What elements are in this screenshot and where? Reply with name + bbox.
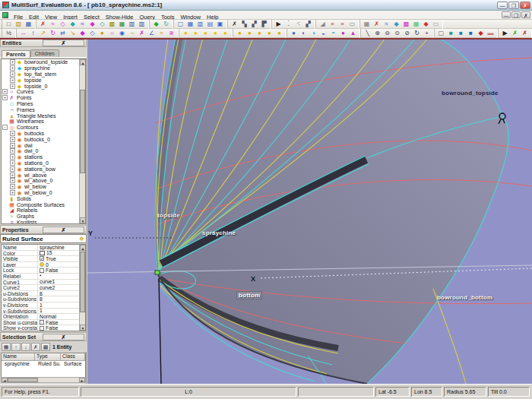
- property-value[interactable]: False: [38, 268, 81, 273]
- properties-scroll-thumb[interactable]: [80, 252, 85, 312]
- column-header-class[interactable]: Class: [61, 353, 85, 361]
- mesh-entity-icon[interactable]: ▦: [117, 20, 127, 28]
- tree-item-wireframes[interactable]: ▦Wireframes: [2, 119, 80, 125]
- property-value[interactable]: 0: [38, 262, 81, 268]
- tree-item-dwl[interactable]: +◉dwl: [2, 142, 80, 148]
- tree-item-graphs[interactable]: ≈Graphs: [2, 214, 80, 220]
- expand-icon[interactable]: +: [10, 190, 15, 195]
- tree-item-stations[interactable]: +◉stations: [2, 154, 80, 160]
- close-button[interactable]: ✗: [520, 2, 530, 9]
- expand-icon[interactable]: +: [10, 160, 15, 166]
- hide-all-bulb-icon[interactable]: ●: [235, 29, 245, 37]
- pick-subtract-icon[interactable]: ✗: [520, 29, 530, 37]
- tree-item-planes[interactable]: ◇Planes: [2, 101, 80, 107]
- display-textured-icon[interactable]: ■: [466, 29, 476, 37]
- view-split-h-icon[interactable]: ▥: [195, 20, 205, 28]
- insert-surface-icon[interactable]: ◆: [68, 20, 78, 28]
- save-file-icon[interactable]: ▦: [24, 20, 33, 28]
- checkbox-icon[interactable]: [40, 268, 44, 273]
- undo-action-icon[interactable]: ↻: [161, 20, 171, 28]
- expand-icon[interactable]: +: [2, 89, 8, 94]
- tree-item-points[interactable]: +✗Points: [2, 95, 80, 101]
- align-vertical-icon[interactable]: ⁖: [293, 20, 303, 28]
- tree-item-bowround-topside[interactable]: +◆bowround_topside: [2, 59, 80, 65]
- pick-normal-icon[interactable]: ▶: [500, 29, 510, 37]
- tree-item-spraychine[interactable]: +◆spraychine: [2, 65, 80, 71]
- measure-angle-icon[interactable]: ◢: [318, 20, 328, 28]
- expand-icon[interactable]: +: [10, 65, 15, 71]
- property-value[interactable]: False: [38, 320, 81, 325]
- new-file-icon[interactable]: □: [4, 20, 14, 28]
- tab-children[interactable]: Children: [30, 49, 59, 57]
- curve-display-icon[interactable]: ≈: [382, 20, 391, 28]
- align-horizontal-icon[interactable]: ⁚: [283, 20, 293, 28]
- frame-view-icon[interactable]: ▭: [347, 20, 357, 28]
- mdi-close-button[interactable]: ✗: [521, 11, 530, 18]
- checkbox-checked-icon[interactable]: ✓: [40, 256, 44, 261]
- scale-entity-icon[interactable]: ▩: [107, 20, 117, 28]
- selection-row[interactable]: spraychineRuled Su...Surface: [2, 361, 85, 369]
- expand-icon[interactable]: +: [10, 131, 15, 136]
- view-split-v-icon[interactable]: ▤: [205, 20, 215, 28]
- view-single-icon[interactable]: ▢: [176, 20, 185, 28]
- show-children-bulb-icon[interactable]: ●: [211, 29, 220, 37]
- property-value[interactable]: ✓True: [38, 256, 81, 261]
- property-value[interactable]: Normal: [38, 314, 81, 319]
- expand-icon[interactable]: +: [10, 71, 15, 77]
- point-offset-icon[interactable]: ↘: [68, 29, 78, 37]
- pick-line-icon[interactable]: ╲: [363, 29, 372, 37]
- tree-item-solids[interactable]: ▮Solids: [2, 195, 80, 201]
- collapse-icon[interactable]: -: [2, 125, 8, 130]
- select-all-icon[interactable]: ▩: [41, 343, 50, 351]
- move-up-icon[interactable]: ↑: [11, 343, 21, 351]
- point-frame-icon[interactable]: ¬: [127, 29, 137, 37]
- tree-item-contours[interactable]: -◎Contours: [2, 125, 80, 131]
- point-magnet-icon[interactable]: ◉: [117, 29, 127, 37]
- expand-icon[interactable]: +: [10, 178, 15, 183]
- 3d-viewport[interactable]: bowround_topsidetopsidespraychinebottomb…: [87, 38, 532, 384]
- disc-bottom-icon[interactable]: ◒: [318, 29, 328, 37]
- pan-view-icon[interactable]: +: [422, 29, 432, 37]
- insert-curve-icon[interactable]: ≈: [48, 20, 58, 28]
- point-blend-icon[interactable]: ≈: [157, 29, 166, 37]
- property-value[interactable]: curve1: [38, 280, 81, 285]
- delete-entity-icon[interactable]: ✗: [38, 20, 48, 28]
- point-swap-icon[interactable]: ⇄: [58, 29, 68, 37]
- mdi-minimize-button[interactable]: —: [502, 11, 511, 18]
- move-down-icon[interactable]: ↓: [21, 343, 30, 351]
- tree-item-wl-above[interactable]: +◉wl_above: [2, 172, 80, 178]
- layer-bulb-icon[interactable]: [40, 262, 44, 267]
- hide-named-bulb-icon[interactable]: ●: [245, 29, 255, 37]
- open-folder-icon[interactable]: ▧: [14, 20, 24, 28]
- display-hiddenline-icon[interactable]: ▢: [436, 29, 446, 37]
- grid-medium-icon[interactable]: ▞: [249, 20, 259, 28]
- previous-view-icon[interactable]: «: [328, 20, 337, 28]
- display-plane-icon[interactable]: ▬: [486, 29, 496, 37]
- expand-icon[interactable]: +: [10, 78, 15, 83]
- render-solid-icon[interactable]: ◆: [421, 20, 431, 28]
- property-value[interactable]: 8: [38, 296, 81, 302]
- point-tangent-icon[interactable]: ∠: [147, 29, 157, 37]
- column-header-type[interactable]: Type: [35, 353, 61, 361]
- edit-curve-icon[interactable]: ≈: [78, 20, 87, 28]
- tree-item-frames[interactable]: ¬Frames: [2, 106, 80, 112]
- align-grid-icon[interactable]: ▞: [303, 20, 313, 28]
- color-swatch[interactable]: [40, 251, 45, 255]
- tree-item-wl-above-0[interactable]: +◉wl_above_0: [2, 178, 80, 184]
- tree-item-triangle-meshes[interactable]: ▲Triangle Meshes: [2, 112, 80, 119]
- expand-icon[interactable]: +: [10, 84, 15, 89]
- point-project-icon[interactable]: ↗: [38, 29, 48, 37]
- expand-icon[interactable]: +: [10, 166, 15, 172]
- mirror-entity-icon[interactable]: ◇: [97, 20, 107, 28]
- restore-button[interactable]: ❐: [508, 2, 519, 9]
- hide-children-bulb-icon[interactable]: ●: [264, 29, 274, 37]
- selection-hscrollbar[interactable]: ◄ ►: [1, 377, 86, 383]
- render-pattern-icon[interactable]: ▩: [401, 20, 411, 28]
- hide-selected-bulb-icon[interactable]: ●: [274, 29, 284, 37]
- show-parents-bulb-icon[interactable]: ●: [201, 29, 211, 37]
- view-custom-icon[interactable]: ▣: [215, 20, 225, 28]
- grid-small-icon[interactable]: ▚: [239, 20, 249, 28]
- expand-icon[interactable]: +: [10, 148, 15, 154]
- point-intersect-icon[interactable]: ✗: [137, 29, 147, 37]
- property-value[interactable]: 15: [38, 251, 81, 256]
